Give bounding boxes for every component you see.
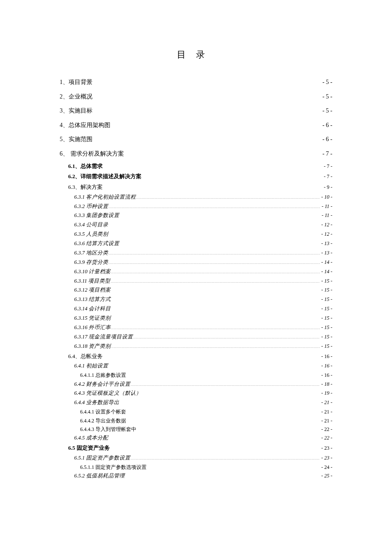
toc-label-text: 地区分类 (85, 250, 108, 256)
toc-entry: 6.4.5 成本分配- 22 - (74, 434, 332, 443)
toc-leader-dots (126, 372, 320, 377)
toc-leader-dots (119, 240, 320, 246)
toc-entry: 6.3.9 存货分类- 14 - (74, 258, 332, 267)
toc-leader-dots (130, 454, 320, 460)
toc-leader-dots (110, 277, 320, 283)
toc-entry: 6.4.4 业务数据导出- 21 - (74, 398, 332, 408)
toc-entry: 6、 需求分析及解决方案- 7 - (60, 147, 332, 161)
toc-leader-dots (108, 202, 320, 208)
toc-leader-dots (141, 390, 320, 395)
toc-leader-dots (126, 408, 320, 413)
toc-page-number: - 22 - (320, 434, 332, 442)
toc-label-text: 总体应用架构图 (69, 122, 110, 128)
toc-label-text: 低值易耗品管理 (85, 473, 125, 479)
toc-entry: 6.4.3 凭证模板定义（默认）- 19 - (74, 389, 332, 398)
toc-label: 6.3.16 外币汇率 (74, 323, 111, 332)
toc-page-number: - 23 - (320, 454, 332, 462)
toc-label-text: 成本分配 (85, 435, 108, 441)
toc-entry: 6.4.1.1 总账参数设置- 16 - (80, 371, 332, 379)
toc-label: 6.3.6 结算方式设置 (74, 239, 119, 249)
toc-label: 6.3.9 存货分类 (74, 258, 108, 267)
toc-entry: 6.4.1 初始设置- 16 - (74, 361, 332, 371)
toc-title: 目录 (60, 49, 332, 61)
toc-entry: 6.4.4.1 设置多个帐套- 21 - (80, 408, 332, 416)
toc-entry: 6.5 固定资产业务- 23 - (68, 443, 332, 454)
toc-label-text: 集团参数设置 (85, 212, 119, 218)
toc-entry: 1、项目背景- 5 - (60, 75, 332, 90)
toc-entry: 6.3.14 会计科目- 15 - (74, 304, 332, 314)
toc-label: 6.3.17 现金流量项目设置 (74, 332, 133, 342)
toc-leader-dots (103, 353, 320, 358)
toc-entry: 6.3.4 公司目录- 12 - (74, 220, 332, 230)
toc-page-number: - 21 - (320, 408, 332, 416)
toc-leader-dots (108, 249, 320, 254)
toc-entry: 6.1、总体需求- 7 - (68, 161, 332, 172)
toc-label-text: 凭证类别 (87, 315, 111, 321)
toc-leader-dots (125, 472, 320, 478)
toc-page-number: - 15 - (320, 314, 332, 323)
toc-label-text: 需求分析及解决方案 (69, 150, 124, 157)
toc-page-number: - 13 - (320, 239, 332, 248)
toc-page-number: - 9 - (322, 182, 332, 192)
toc-entry: 6.4、总帐业务- 16 - (68, 351, 332, 362)
toc-leader-dots (108, 434, 320, 440)
toc-label-text: 固定资产参数选项设置 (94, 464, 147, 470)
toc-page-number: - 16 - (320, 361, 332, 370)
toc-entry: 6.3.15 凭证类别- 15 - (74, 314, 332, 323)
toc-entry: 6.3.13 结算方式- 15 - (74, 295, 332, 304)
toc-leader-dots (111, 286, 320, 292)
toc-page-number: - 14 - (320, 267, 332, 276)
toc-page-number: - 7 - (321, 147, 332, 161)
toc-page-number: - 15 - (320, 277, 332, 286)
toc-leader-dots (92, 135, 321, 141)
toc-leader-dots (92, 107, 321, 113)
toc-leader-dots (136, 193, 320, 199)
toc-page-number: - 11 - (320, 211, 332, 220)
toc-label: 5、实施范围 (60, 132, 92, 147)
toc-label: 2、企业概况 (60, 90, 92, 104)
toc-leader-dots (108, 362, 320, 368)
toc-label: 6.3.7 地区分类 (74, 249, 108, 258)
toc-label: 6.3.15 凭证类别 (74, 314, 111, 323)
toc-page-number: - 12 - (320, 220, 332, 229)
toc-label-text: 固定资产参数设置 (85, 455, 130, 461)
toc-label: 3、实施目标 (60, 104, 92, 118)
toc-label: 6.4.1.1 总账参数设置 (80, 371, 126, 379)
toc-leader-dots (111, 296, 320, 301)
toc-page-number: - 11 - (320, 202, 332, 211)
toc-label-text: 结算方式 (87, 296, 111, 302)
toc-leader-dots (92, 78, 321, 84)
toc-label: 6.3.4 公司目录 (74, 220, 108, 230)
toc-page-number: - 15 - (320, 323, 332, 332)
toc-label: 6.5 固定资产业务 (68, 443, 110, 454)
toc-leader-dots (133, 333, 320, 338)
toc-label: 6.5.2 低值易耗品管理 (74, 471, 125, 481)
toc-entry: 6.3.17 现金流量项目设置- 15 - (74, 332, 332, 342)
toc-entry: 6.4.2 财务会计平台设置- 18 - (74, 380, 332, 389)
toc-entry: 6.3.11 项目类型- 15 - (74, 277, 332, 286)
toc-label: 6.3.2 币种设置 (74, 202, 108, 211)
toc-page-number: - 15 - (320, 286, 332, 295)
toc-leader-dots (130, 380, 320, 386)
toc-label-text: 资产类别 (87, 343, 111, 349)
toc-page-number: - 5 - (321, 90, 332, 104)
toc-leader-dots (108, 258, 320, 264)
toc-label-text: 存货分类 (85, 259, 108, 265)
toc-body: 1、项目背景- 5 -2、企业概况- 5 -3、实施目标- 5 -4、总体应用架… (60, 75, 332, 481)
toc-entry: 4、总体应用架构图- 6 - (60, 118, 332, 133)
toc-leader-dots (103, 183, 322, 189)
toc-label-text: 会计科目 (87, 306, 111, 312)
toc-label-text: 实施范围 (69, 136, 92, 142)
toc-label-text: 客户化初始设置流程 (85, 194, 136, 200)
toc-page-number: - 6 - (321, 118, 332, 133)
toc-label-text: 公司目录 (85, 222, 108, 228)
toc-page-number: - 15 - (320, 295, 332, 304)
toc-entry: 6.3.16 外币汇率- 15 - (74, 323, 332, 332)
toc-entry: 6.3.5 人员类别- 12 - (74, 230, 332, 239)
toc-label: 6.5.1.1 固定资产参数选项设置 (80, 463, 147, 471)
toc-label: 6.4.5 成本分配 (74, 434, 108, 443)
toc-label: 6.5.1 固定资产参数设置 (74, 454, 130, 463)
toc-page-number: - 15 - (320, 304, 332, 313)
toc-entry: 6.3.18 资产类别- 15 - (74, 342, 332, 351)
toc-leader-dots (111, 324, 320, 329)
